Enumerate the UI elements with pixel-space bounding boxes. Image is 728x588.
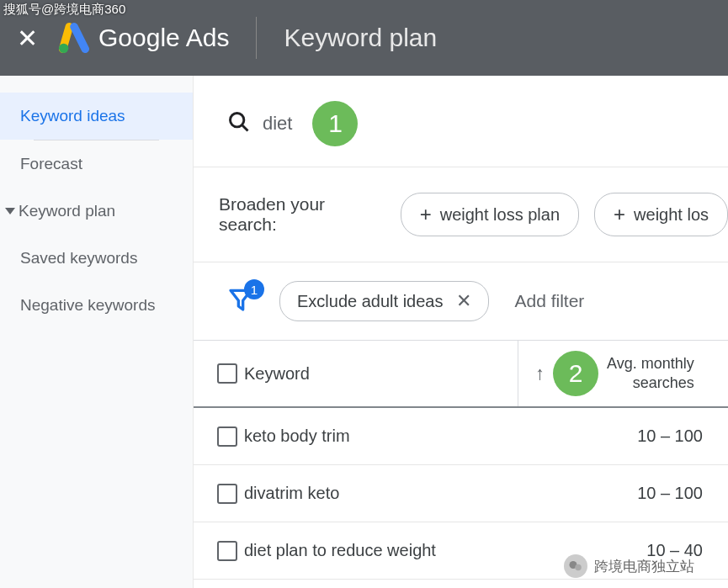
col-label-line1: Avg. monthly	[607, 354, 694, 373]
cell-keyword: keto body trim	[244, 426, 518, 446]
annotation-badge-2: 2	[553, 351, 598, 396]
header-divider	[256, 17, 257, 59]
broaden-chip-weight-loss-plan[interactable]: + weight loss plan	[401, 193, 579, 236]
select-all-checkbox[interactable]	[217, 363, 237, 384]
search-icon	[227, 110, 251, 137]
sidebar-item-keyword-plan[interactable]: Keyword plan	[0, 188, 193, 235]
page-title: Keyword plan	[284, 24, 437, 52]
table-row[interactable]: divatrim keto 10 – 100	[194, 465, 728, 522]
sidebar: Keyword ideas Forecast Keyword plan Save…	[0, 76, 193, 588]
svg-line-2	[242, 125, 248, 131]
watermark-top: 搜狐号@跨境电商360	[3, 2, 125, 18]
row-checkbox[interactable]	[217, 484, 237, 504]
row-checkbox[interactable]	[217, 541, 237, 561]
plus-icon: +	[420, 203, 432, 226]
sidebar-item-forecast[interactable]: Forecast	[0, 140, 193, 188]
column-header-keyword[interactable]: Keyword	[244, 346, 518, 402]
sidebar-item-keyword-ideas[interactable]: Keyword ideas	[0, 93, 193, 140]
broaden-chip-weight-loss[interactable]: + weight los	[594, 193, 728, 236]
filter-chip-exclude-adult[interactable]: Exclude adult ideas ✕	[279, 281, 489, 321]
col-label-line2: searches	[607, 373, 694, 393]
svg-point-4	[575, 564, 582, 571]
svg-point-1	[231, 114, 244, 127]
chip-label: weight loss plan	[440, 205, 560, 225]
row-checkbox[interactable]	[217, 426, 237, 447]
sidebar-item-label: Keyword plan	[19, 202, 115, 220]
plus-icon: +	[614, 203, 625, 226]
remove-filter-icon[interactable]: ✕	[456, 290, 471, 312]
add-filter-button[interactable]: Add filter	[514, 291, 584, 311]
google-ads-logo: Google Ads	[58, 22, 229, 54]
cell-keyword: divatrim keto	[244, 484, 518, 503]
broaden-label: Broaden your search:	[219, 194, 385, 235]
ads-logo-icon	[58, 22, 90, 54]
svg-point-0	[59, 44, 68, 53]
main-content: diet 1 Broaden your search: + weight los…	[193, 76, 728, 588]
cell-searches: 10 – 100	[518, 484, 728, 503]
chevron-down-icon	[5, 208, 15, 215]
annotation-badge-1: 1	[312, 101, 358, 146]
brand-google: Google	[98, 24, 180, 52]
filter-funnel-button[interactable]: 1	[227, 286, 254, 316]
cell-keyword: diet plan to reduce weight	[244, 541, 518, 560]
search-input[interactable]: diet	[263, 113, 292, 135]
filter-chip-label: Exclude adult ideas	[297, 292, 443, 311]
sidebar-item-negative-keywords[interactable]: Negative keywords	[0, 282, 193, 329]
sort-ascending-icon: ↑	[535, 363, 545, 384]
filter-count-badge: 1	[244, 279, 264, 299]
brand-ads: Ads	[186, 24, 230, 52]
close-icon[interactable]: ✕	[17, 24, 38, 53]
cell-searches: 10 – 100	[518, 426, 728, 446]
broaden-search-row: Broaden your search: + weight loss plan …	[194, 167, 728, 262]
filter-row: 1 Exclude adult ideas ✕ Add filter	[194, 262, 728, 340]
search-bar[interactable]: diet 1	[194, 76, 728, 167]
sidebar-item-saved-keywords[interactable]: Saved keywords	[0, 235, 193, 282]
watermark-bottom: 跨境电商独立站	[564, 554, 694, 578]
chip-label: weight los	[634, 205, 709, 225]
table-row[interactable]: keto body trim 10 – 100	[194, 408, 728, 465]
wechat-icon	[564, 554, 587, 578]
table-header: Keyword ↑ 2 Avg. monthly searches	[194, 340, 728, 408]
column-header-searches[interactable]: ↑ 2 Avg. monthly searches	[518, 341, 728, 406]
